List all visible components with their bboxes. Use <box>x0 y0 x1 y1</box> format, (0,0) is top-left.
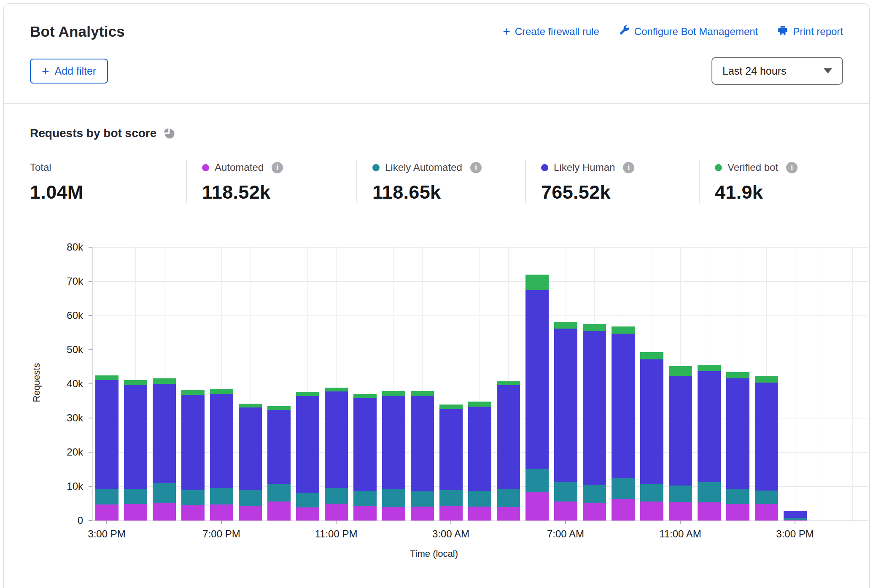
bar-hour-21[interactable] <box>698 247 721 521</box>
bar-segment-verified-bot <box>353 394 377 398</box>
y-tick-label: 40k <box>56 378 92 390</box>
bar-segment-likely-human <box>239 407 262 490</box>
bar-hour-2[interactable] <box>153 247 176 521</box>
bar-segment-likely-human <box>525 290 549 469</box>
info-icon[interactable]: i <box>470 162 482 173</box>
bar-hour-5[interactable] <box>239 247 262 521</box>
bar-segment-verified-bot <box>239 404 262 407</box>
create-firewall-rule-link[interactable]: + Create firewall rule <box>503 26 599 38</box>
bar-hour-17[interactable] <box>583 247 606 521</box>
y-tick-label: 70k <box>56 275 92 287</box>
bar-segment-likely-human <box>382 396 405 489</box>
bar-segment-automated <box>755 504 778 521</box>
bar-hour-7[interactable] <box>296 247 319 521</box>
bar-hour-1[interactable] <box>124 247 147 521</box>
stat-value: 41.9k <box>715 181 830 203</box>
x-tick <box>106 521 107 524</box>
y-tick-label: 10k <box>56 480 92 492</box>
bar-hour-15[interactable] <box>525 247 549 521</box>
bar-hour-16[interactable] <box>554 247 577 521</box>
bar-segment-automated <box>124 504 147 521</box>
bar-segment-likely-automated <box>325 488 348 503</box>
x-tick-label: 11:00 AM <box>659 528 701 540</box>
bar-segment-automated <box>698 502 721 521</box>
bar-hour-19[interactable] <box>640 247 663 521</box>
stat-verified-bot: Verified boti41.9k <box>699 160 842 203</box>
bar-segment-likely-human <box>640 359 663 484</box>
stat-value: 118.65k <box>372 181 512 203</box>
bar-hour-11[interactable] <box>411 247 434 521</box>
add-filter-label: Add filter <box>55 65 97 77</box>
bar-hour-4[interactable] <box>210 247 233 521</box>
bar-segment-likely-automated <box>296 493 319 507</box>
bar-segment-likely-automated <box>698 482 721 502</box>
bot-analytics-card: Bot Analytics + Create firewall rule Con… <box>3 3 870 588</box>
x-axis-title: Time (local) <box>410 548 458 559</box>
bar-segment-likely-human <box>411 396 434 491</box>
bar-segment-verified-bot <box>583 324 606 330</box>
bar-segment-automated <box>497 507 520 521</box>
configure-bot-management-link[interactable]: Configure Bot Management <box>619 25 758 38</box>
bar-hour-23[interactable] <box>755 247 778 521</box>
add-filter-button[interactable]: + Add filter <box>30 59 108 84</box>
stat-label: Likely Automated <box>385 162 462 173</box>
bar-hour-9[interactable] <box>353 247 377 521</box>
info-icon[interactable]: i <box>272 162 283 173</box>
bar-segment-likely-human <box>698 371 721 482</box>
bar-segment-likely-automated <box>669 486 692 502</box>
bar-segment-automated <box>640 502 663 521</box>
bar-segment-verified-bot <box>210 389 233 394</box>
v-gridline <box>824 247 824 521</box>
x-axis-line <box>92 521 868 521</box>
bar-hour-8[interactable] <box>325 247 348 521</box>
bar-hour-14[interactable] <box>497 247 520 521</box>
legend-dot <box>202 164 209 171</box>
bar-segment-likely-human <box>726 378 749 489</box>
bar-segment-likely-human <box>784 511 807 518</box>
time-range-select[interactable]: Last 24 hours <box>711 57 843 85</box>
bar-segment-automated <box>210 504 233 521</box>
bar-hour-18[interactable] <box>612 247 635 521</box>
print-report-link[interactable]: Print report <box>777 25 843 38</box>
bar-segment-likely-human <box>296 396 319 493</box>
bar-hour-24[interactable] <box>784 247 807 521</box>
bar-hour-3[interactable] <box>181 247 205 521</box>
bar-hour-22[interactable] <box>726 247 749 521</box>
x-tick <box>565 521 566 524</box>
bar-segment-likely-automated <box>439 490 463 506</box>
bar-hour-6[interactable] <box>267 247 291 521</box>
bar-segment-likely-human <box>181 395 205 490</box>
bar-segment-verified-bot <box>554 322 577 329</box>
x-tick-label: 11:00 PM <box>315 528 358 540</box>
bar-segment-verified-bot <box>468 402 491 407</box>
bar-hour-20[interactable] <box>669 247 692 521</box>
bar-hour-12[interactable] <box>439 247 463 521</box>
bar-segment-likely-automated <box>554 482 577 502</box>
bar-segment-likely-automated <box>124 489 147 504</box>
bar-hour-10[interactable] <box>382 247 405 521</box>
info-icon[interactable]: i <box>786 162 798 173</box>
bar-segment-automated <box>439 506 463 521</box>
create-firewall-rule-label: Create firewall rule <box>515 26 599 38</box>
stat-total: Total1.04M <box>30 160 186 203</box>
bar-hour-0[interactable] <box>95 247 119 521</box>
info-icon[interactable]: i <box>623 162 634 173</box>
x-tick-label: 3:00 PM <box>88 528 125 540</box>
bar-segment-likely-human <box>439 409 463 490</box>
bar-segment-verified-bot <box>497 381 520 386</box>
configure-bot-management-label: Configure Bot Management <box>634 26 758 38</box>
bar-segment-likely-automated <box>210 488 233 504</box>
bar-segment-likely-human <box>497 385 520 489</box>
bar-segment-likely-human <box>755 383 778 491</box>
bar-segment-likely-human <box>612 334 635 478</box>
plus-icon: + <box>503 27 510 37</box>
stat-label: Total <box>30 162 51 173</box>
bar-segment-automated <box>669 502 692 521</box>
bar-hour-13[interactable] <box>468 247 491 521</box>
bar-segment-verified-bot <box>296 392 319 396</box>
bar-segment-verified-bot <box>726 372 749 378</box>
bar-segment-verified-bot <box>267 406 291 410</box>
section-title: Requests by bot score <box>30 127 156 140</box>
bar-segment-likely-human <box>353 398 377 491</box>
bar-segment-automated <box>382 507 405 521</box>
